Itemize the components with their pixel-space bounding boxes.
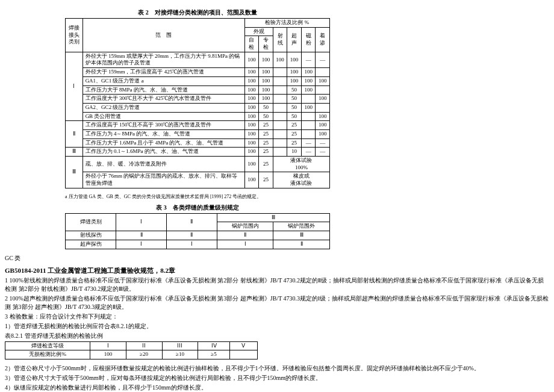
t3-h-in: 锅炉范围内 bbox=[217, 222, 273, 231]
t3-h2: Ⅱ bbox=[167, 213, 217, 231]
heading-gb50184: GB50184-2011 工业金属管道工程施工质量验收规范，8.2章 bbox=[5, 266, 549, 275]
table-row: 工作压力大于 1.6MPa 且小于 4MPa 的汽、水、油、气管道1002525… bbox=[66, 138, 330, 148]
p-2: 2 100%超声检测的焊缝质量合格标准不应低于国家现行标准《承压设备无损检测 第… bbox=[5, 294, 549, 311]
t4-h5: Ⅴ bbox=[229, 341, 257, 350]
table-row: Ⅰ外径大于 159mm 或壁厚大于 20mm，工作压力大于 9.81MPa 的锅… bbox=[66, 52, 330, 67]
t2-h-mt: 磁粉 bbox=[301, 27, 316, 52]
t2-range-cell: GA2、GC2 级压力管道 bbox=[82, 103, 244, 112]
t2-h-rt: 射线 bbox=[273, 27, 287, 52]
t3-h-out: 锅炉范围外 bbox=[273, 222, 330, 231]
t2-h-methods: 检验方法及比例 % bbox=[244, 19, 329, 28]
table-row: GA2、GC2 级压力管道1005050100 bbox=[66, 103, 330, 112]
table-row: Ⅲ疏、放、排、暖、冷冻管道及附件10025液体试验 100% bbox=[66, 157, 330, 172]
t2-h-ut: 超声 bbox=[287, 27, 302, 52]
t4-rowname: 无损检测比例% bbox=[5, 350, 90, 359]
t2-range-cell: 工作压力为 4～8MPa 的汽、水、油、气管道 bbox=[82, 129, 244, 138]
t2-h-spec: 专检 bbox=[259, 36, 273, 52]
table-row: 外径小于 76mm 的锅炉水压范围内的疏水、放水、排污、取样等管座角焊缝1002… bbox=[66, 172, 330, 188]
table2: 焊接接头类别 范 围 检验方法及比例 % 外观 射线 超声 磁粉 着渗 自检 专… bbox=[65, 18, 330, 188]
t2-cat-cell: Ⅱ bbox=[66, 121, 83, 148]
t2-range-cell: 工作温度大于 300℃且不大于 425℃的汽水管道及管件 bbox=[82, 95, 244, 104]
t2-range-cell: 工作温度高于 150℃且不高于 300℃的蒸汽管道及管件 bbox=[82, 121, 244, 130]
table-row: GB 类公用管道1005050100 bbox=[66, 112, 330, 121]
t2-h-range: 范 围 bbox=[82, 19, 244, 52]
t2-range-cell: 工作压力大于 8MPa 的汽、水、油、气管道 bbox=[82, 86, 244, 95]
p2-1: 2）管道公称尺寸小于500mm时，应根据环缝数量按规定的检验比例进行抽样检验，且… bbox=[5, 364, 549, 373]
table-row: Ⅲ工作压力为 0.1～1.6MPa 的汽、水、油、气管道1002510—— bbox=[66, 148, 330, 157]
t4-h-grade: 焊缝检查等级 bbox=[5, 341, 90, 350]
t2-range-cell: 工作压力大于 1.6MPa 且小于 4MPa 的汽、水、油、气管道 bbox=[82, 138, 244, 148]
t2-range-cell: 外径大于 159mm，工作温度高于 425℃的蒸汽管道 bbox=[82, 68, 244, 77]
table3-caption: 表 3 各类焊缝的质量级别规定 bbox=[65, 204, 330, 212]
t2-range-cell: 疏、放、排、暖、冷冻管道及附件 bbox=[82, 157, 244, 172]
table2-caption: 表 2 对接焊缝分类检测的项目、范围及数量 bbox=[65, 8, 330, 17]
t3-h3: Ⅲ bbox=[217, 213, 329, 222]
t2-cat-cell: Ⅲ bbox=[66, 148, 83, 157]
p2-2: 3）管道公称尺寸大于或等于500mm时，应对每条环缝按规定的检验比例进行局部检验… bbox=[5, 374, 549, 382]
table-row: 无损检测比例% 100 ≥20 ≥10 ≥5 bbox=[5, 350, 258, 359]
t2-h-self: 自检 bbox=[244, 36, 259, 52]
table2-footnote: a 压力管道 GA 类、GB 类、GC 类的分类分级见国家质量技术监督局 [19… bbox=[65, 193, 330, 200]
t2-range-cell: GB 类公用管道 bbox=[82, 112, 244, 121]
table-row: GA1、GC1 级压力管道 a100100100100100 bbox=[66, 76, 330, 86]
t4-h3: ⅠⅠⅠ bbox=[162, 341, 198, 350]
t4-h4: ⅠⅤ bbox=[198, 341, 229, 350]
t2-cat-cell: Ⅲ bbox=[66, 157, 83, 188]
gc-label: GC 类 bbox=[5, 254, 549, 263]
t2-range-cell: 工作压力为 0.1～1.6MPa 的汽、水、油、气管道 bbox=[82, 148, 244, 157]
section-list: 2）管道公称尺寸小于500mm时，应根据环缝数量按规定的检验比例进行抽样检验，且… bbox=[5, 364, 549, 392]
t2-range-cell: 外径大于 159mm 或壁厚大于 20mm，工作压力大于 9.81MPa 的锅炉… bbox=[82, 52, 244, 67]
p-1: 1 100%射线检测的焊缝质量合格标准不应低于国家现行标准《承压设备无损检测 第… bbox=[5, 276, 549, 293]
table4-caption: 表8.2.1 管道焊缝无损检测的检验比例 bbox=[5, 332, 549, 340]
section-gc: GC 类 GB50184-2011 工业金属管道工程施工质量验收规范，8.2章 … bbox=[5, 254, 549, 340]
table-row: 工作压力为 4～8MPa 的汽、水、油、气管道1002525100 bbox=[66, 129, 330, 138]
t4-h1: Ⅰ bbox=[90, 341, 126, 350]
t2-h-joint: 焊接接头类别 bbox=[66, 19, 83, 52]
t2-range-cell: GA1、GC1 级压力管道 a bbox=[82, 76, 244, 86]
table-row: 外径大于 159mm，工作温度高于 425℃的蒸汽管道100100100100 bbox=[66, 68, 330, 77]
t3-h-cat: 焊缝类别 bbox=[66, 213, 116, 231]
t2-range-cell: 外径小于 76mm 的锅炉水压范围内的疏水、放水、排污、取样等管座角焊缝 bbox=[82, 172, 244, 188]
p-3: 3 检验数量：应符合设计文件和下列规定： bbox=[5, 313, 549, 321]
table3: 焊缝类别 Ⅰ Ⅱ Ⅲ 锅炉范围内 锅炉范围外 射线探伤ⅡⅡⅡⅢ超声探伤ⅠⅠⅠⅡ bbox=[65, 213, 330, 249]
table-row: Ⅱ工作温度高于 150℃且不高于 300℃的蒸汽管道及管件1002525100 bbox=[66, 121, 330, 130]
table-row: 超声探伤ⅠⅠⅠⅡ bbox=[66, 240, 330, 249]
table-row: 工作温度大于 300℃且不大于 425℃的汽水管道及管件10010050100 bbox=[66, 95, 330, 104]
table4: 焊缝检查等级 Ⅰ ⅠⅠ ⅠⅠⅠ ⅠⅤ Ⅴ 无损检测比例% 100 ≥20 ≥10… bbox=[5, 341, 258, 359]
t2-cat-cell: Ⅰ bbox=[66, 52, 83, 121]
table-row: 射线探伤ⅡⅡⅡⅢ bbox=[66, 231, 330, 240]
t3-h1: Ⅰ bbox=[116, 213, 167, 231]
t4-h2: ⅠⅠ bbox=[126, 341, 162, 350]
p2-3: 4）纵缝应按规定的检验数量进行局部检验，且不得少于150mm的焊缝长度。 bbox=[5, 384, 549, 392]
p-4: 1）管道焊缝无损检测的检验比例应符合表8.2.1的规定。 bbox=[5, 322, 549, 331]
t2-h-pt: 着渗 bbox=[316, 27, 330, 52]
table-row: 工作压力大于 8MPa 的汽、水、油、气管道10010050100 bbox=[66, 86, 330, 95]
t2-h-outer: 外观 bbox=[244, 27, 273, 36]
